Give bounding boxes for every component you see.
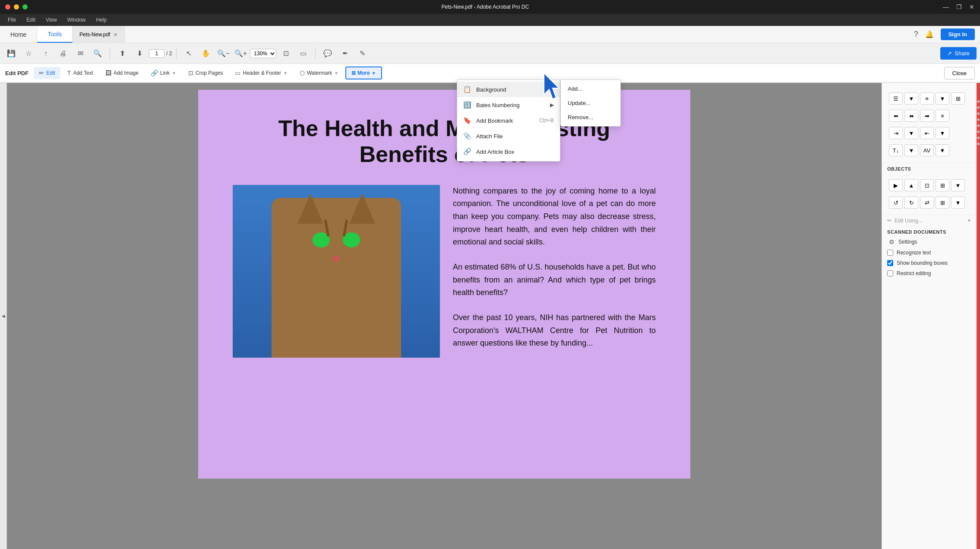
menu-file[interactable]: File (3, 16, 20, 24)
accent-dot-1 (977, 100, 980, 103)
rp-undo-btn[interactable]: ↺ (889, 197, 903, 209)
rp-align-obj-btn[interactable]: ⊞ (936, 179, 949, 191)
menu-edit[interactable]: Edit (22, 16, 40, 24)
restrict-editing-checkbox[interactable] (887, 270, 893, 276)
win-minimize[interactable]: — (943, 4, 949, 10)
rp-outdent-expand-btn[interactable]: ▼ (936, 127, 949, 139)
win-maximize[interactable]: ❐ (956, 4, 962, 10)
prev-page-btn[interactable]: ⬆ (114, 46, 130, 61)
rp-play-btn[interactable]: ▶ (889, 179, 903, 191)
rp-align-justify[interactable]: ≡ (936, 110, 949, 122)
doc-tab-close[interactable]: × (114, 31, 117, 38)
recognize-text-row: Recognize text (882, 248, 977, 258)
header-footer-btn[interactable]: ▭ Header & Footer ▼ (230, 67, 293, 79)
menu-help[interactable]: Help (92, 16, 111, 24)
add-image-btn[interactable]: 🖼 Add Image (100, 67, 144, 79)
upload-btn[interactable]: ↑ (38, 46, 54, 61)
close-edit-btn[interactable]: Close (944, 67, 975, 79)
rp-grid-btn[interactable]: ⊞ (951, 92, 965, 105)
rp-list-btn[interactable]: ☰ (889, 92, 903, 105)
tab-home[interactable]: Home (0, 26, 37, 43)
maximize-window-btn[interactable] (22, 4, 28, 10)
star-btn[interactable]: ☆ (21, 46, 36, 61)
doc-tab[interactable]: Pets-New.pdf × (73, 26, 125, 43)
fit-page-btn[interactable]: ⊡ (278, 46, 294, 61)
edit-using-label: Edit Using... (895, 218, 923, 224)
dd-background-item[interactable]: 📋 Background ▶ (457, 82, 560, 97)
rp-up-btn[interactable]: ▲ (904, 179, 918, 191)
header-icon: ▭ (235, 70, 240, 76)
edit-using-row[interactable]: ✏ Edit Using... ▼ (882, 215, 977, 226)
add-image-label: Add Image (114, 70, 139, 76)
win-close[interactable]: ✕ (969, 4, 975, 10)
menu-window[interactable]: Window (63, 16, 90, 24)
search-btn[interactable]: 🔍 (90, 46, 105, 61)
print-btn[interactable]: 🖨 (55, 46, 71, 61)
rp-super-expand-btn[interactable]: ▼ (936, 144, 949, 156)
menu-view[interactable]: View (41, 16, 61, 24)
more-dropdown-menu: 📋 Background ▶ 🔢 Bates Numbering ▶ 🔖 Add… (457, 79, 560, 162)
accent-dot-7 (977, 136, 980, 139)
rp-crop-btn[interactable]: ⊡ (920, 179, 934, 191)
add-text-btn[interactable]: T Add Text (62, 67, 98, 79)
rp-list2-expand-btn[interactable]: ▼ (936, 92, 949, 105)
dd-attach-file-item[interactable]: 📎 Attach File (457, 128, 560, 144)
show-bounding-boxes-checkbox[interactable] (887, 260, 893, 266)
rp-arrange-expand-btn[interactable]: ▼ (951, 197, 965, 209)
bg-remove-item[interactable]: Remove... (561, 110, 620, 124)
tab-tools[interactable]: Tools (37, 26, 73, 43)
page-input[interactable] (149, 49, 164, 58)
zoom-select[interactable]: 130% 100% 75% 150% (250, 49, 276, 58)
dd-bates-numbering-item[interactable]: 🔢 Bates Numbering ▶ (457, 97, 560, 113)
comment-btn[interactable]: 💬 (320, 46, 335, 61)
close-window-btn[interactable] (5, 4, 10, 10)
zoom-in-btn[interactable]: 🔍+ (233, 46, 248, 61)
rp-list-expand-btn[interactable]: ▼ (904, 92, 918, 105)
rp-expand-btn[interactable]: ▼ (951, 179, 965, 191)
recognize-text-checkbox[interactable] (887, 250, 893, 256)
bg-update-item[interactable]: Update... (561, 96, 620, 110)
next-page-btn[interactable]: ⬇ (132, 46, 147, 61)
rp-arrange-btn[interactable]: ⊞ (936, 197, 949, 209)
rp-align-left[interactable]: ⬅ (889, 110, 903, 122)
rp-sub-expand-btn[interactable]: ▼ (904, 144, 918, 156)
rp-sub-btn[interactable]: T↓ (889, 144, 903, 156)
dd-add-bookmark-item[interactable]: 🔖 Add Bookmark Ctrl+B (457, 113, 560, 128)
rp-redo-btn[interactable]: ↻ (904, 197, 918, 209)
minimize-window-btn[interactable] (14, 4, 19, 10)
rp-replace-btn[interactable]: ⇄ (920, 197, 934, 209)
edit-tool-btn[interactable]: ✏ Edit (34, 67, 60, 79)
rp-list2-btn[interactable]: ≡ (920, 92, 934, 105)
zoom-out-btn[interactable]: 🔍− (215, 46, 231, 61)
link-btn[interactable]: 🔗 Link ▼ (145, 67, 181, 79)
cursor-tool[interactable]: ↖ (181, 46, 196, 61)
bg-add-item[interactable]: Add... (561, 82, 620, 96)
save-btn[interactable]: 💾 (3, 46, 19, 61)
email-btn[interactable]: ✉ (73, 46, 88, 61)
link-label: Link (160, 70, 170, 76)
rp-align-center[interactable]: ⬌ (904, 110, 918, 122)
notifications-icon[interactable]: 🔔 (925, 30, 934, 38)
crop-pages-btn[interactable]: ⊡ Crop Pages (183, 67, 228, 79)
settings-row[interactable]: ⚙ Settings (882, 236, 977, 248)
left-panel-toggle[interactable]: ◀ (0, 83, 7, 549)
rp-indent-btn[interactable]: ⇥ (889, 127, 903, 139)
dd-add-article-box-item[interactable]: 🔗 Add Article Box (457, 144, 560, 159)
rp-super-btn[interactable]: AV (920, 144, 934, 156)
rp-outdent-btn[interactable]: ⇤ (920, 127, 934, 139)
help-icon[interactable]: ? (914, 30, 918, 39)
rp-indent-expand-btn[interactable]: ▼ (904, 127, 918, 139)
hand-tool[interactable]: ✋ (198, 46, 214, 61)
share-button[interactable]: ↗ Share (940, 47, 977, 60)
article-menu-label: Add Article Box (476, 149, 514, 155)
rp-objects: ▶ ▲ ⊡ ⊞ ▼ ↺ ↻ ⇄ ⊞ ▼ (882, 173, 977, 215)
pen-btn[interactable]: ✒ (337, 46, 353, 61)
marquee-btn[interactable]: ▭ (295, 46, 311, 61)
share-icon: ↗ (947, 50, 952, 57)
more-btn[interactable]: ⊞ More ▼ (345, 67, 382, 79)
sign-in-button[interactable]: Sign In (941, 29, 975, 40)
highlight-btn[interactable]: ✎ (354, 46, 370, 61)
more-dropdown-icon: ▼ (372, 71, 376, 76)
rp-align-right[interactable]: ➡ (920, 110, 934, 122)
watermark-btn[interactable]: ⬡ Watermark ▼ (294, 67, 344, 79)
